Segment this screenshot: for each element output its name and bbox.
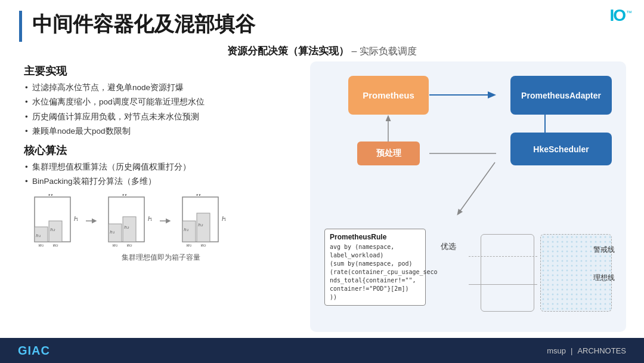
page-container: IO ™ 中间件容器化及混部填谷 资源分配决策（算法实现） – 实际负载调度 主… — [0, 0, 644, 363]
lixiang-line — [469, 284, 537, 285]
bullet-2-2: BinPacking装箱打分算法（多维） — [24, 176, 298, 187]
svg-text:h₂: h₂ — [50, 227, 55, 232]
svg-text:w₂: w₂ — [201, 242, 207, 248]
svg-text:w₂: w₂ — [127, 242, 133, 248]
title-section: 中间件容器化及混部填谷 — [0, 0, 644, 42]
svg-text:h₁: h₁ — [36, 233, 40, 238]
main-content: 主要实现 过滤掉高水位节点，避免单node资源打爆 水位偏离度缩小，pod调度尽… — [0, 61, 644, 338]
svg-text:w₁: w₁ — [39, 242, 44, 248]
scheduler-label: HkeScheduler — [533, 144, 589, 154]
rule-title: PrometheusRule — [330, 233, 420, 241]
title-accent-bar — [19, 11, 22, 42]
bin-arrow-2 — [159, 194, 171, 248]
page-title: 中间件容器化及混部填谷 — [32, 11, 620, 37]
preprocess-node: 预处理 — [357, 141, 420, 165]
bullet-1-1: 过滤掉高水位节点，避免单node资源打爆 — [24, 82, 298, 94]
jingzhi-line — [469, 256, 537, 257]
svg-rect-24 — [197, 213, 210, 242]
svg-text:W: W — [48, 194, 54, 197]
preprocess-label: 预处理 — [376, 148, 401, 159]
bullet-1-2: 水位偏离度缩小，pod调度尽可能靠近理想水位 — [24, 96, 298, 108]
svg-text:h₁: h₁ — [184, 227, 188, 232]
bin-diagram-3: W H w₁ h₁ w₂ h₂ — [178, 194, 225, 248]
svg-text:h₂: h₂ — [198, 222, 203, 227]
binpacking-diagram: W H w₁ h₁ w₂ h₂ — [30, 194, 298, 248]
footer-archnotes: ARCHNOTES — [577, 346, 626, 355]
diagram-caption: 集群理想值即为箱子容量 — [24, 253, 298, 263]
youxuan-label: 优选 — [441, 241, 456, 252]
scheduler-node: HkeScheduler — [510, 133, 612, 165]
svg-text:H: H — [222, 216, 225, 222]
adapter-node: PrometheusAdapter — [510, 76, 612, 115]
right-panel: Prometheus PrometheusAdapter 预处理 HkeSche… — [310, 61, 626, 332]
subtitle-section: 资源分配决策（算法实现） – 实际负载调度 — [0, 42, 644, 61]
diagram-area: Prometheus PrometheusAdapter 预处理 HkeSche… — [318, 70, 618, 324]
svg-text:h₂: h₂ — [124, 224, 129, 230]
subtitle-dash: – 实际负载调度 — [352, 46, 417, 56]
adapter-label: PrometheusAdapter — [521, 91, 601, 100]
svg-text:w₂: w₂ — [53, 242, 59, 248]
jingzhi-label: 警戒线 — [593, 245, 615, 255]
svg-text:H: H — [148, 216, 151, 222]
prometheus-node: Prometheus — [348, 76, 429, 115]
bullet-list-2: 集群理想值权重算法（历史阈值权重打分） BinPacking装箱打分算法（多维） — [24, 161, 298, 188]
section2-title: 核心算法 — [24, 143, 298, 158]
bullet-2-1: 集群理想值权重算法（历史阈值权重打分） — [24, 161, 298, 173]
bullet-1-3: 历史阈值计算应用负载，对节点未来水位预测 — [24, 111, 298, 123]
bullet-1-4: 兼顾单node最大pod数限制 — [24, 125, 298, 137]
svg-text:h₁: h₁ — [110, 229, 114, 235]
right-container-solid — [481, 234, 534, 312]
lixiang-label: 理想线 — [593, 273, 615, 283]
svg-text:w₁: w₁ — [187, 242, 192, 248]
bin-arrow-1 — [85, 194, 97, 248]
svg-line-33 — [459, 162, 495, 213]
rule-body: avg by (namespace, label_workload) (sum … — [330, 243, 420, 302]
bin-diagram-2: W H w₁ h₁ w₂ h₂ — [104, 194, 151, 248]
footer-logo: GIAC — [18, 344, 50, 358]
bin-diagram-1: W H w₁ h₁ w₂ h₂ — [30, 194, 78, 248]
prometheus-label: Prometheus — [363, 90, 414, 100]
rule-node: PrometheusRule avg by (namespace, label_… — [324, 229, 426, 306]
section1-title: 主要实现 — [24, 64, 298, 78]
footer: GIAC msup | ARCHNOTES — [0, 338, 644, 363]
svg-text:w₁: w₁ — [113, 242, 118, 248]
bullet-list-1: 过滤掉高水位节点，避免单node资源打爆 水位偏离度缩小，pod调度尽可能靠近理… — [24, 82, 298, 137]
footer-msup: msup — [547, 346, 566, 355]
footer-divider: | — [571, 346, 572, 355]
subtitle-main: 资源分配决策（算法实现） — [227, 45, 349, 57]
svg-text:W: W — [196, 194, 202, 197]
footer-right: msup | ARCHNOTES — [547, 346, 626, 355]
svg-text:H: H — [74, 216, 78, 222]
svg-text:W: W — [122, 194, 128, 197]
left-panel: 主要实现 过滤掉高水位节点，避免单node资源打爆 水位偏离度缩小，pod调度尽… — [24, 61, 298, 332]
